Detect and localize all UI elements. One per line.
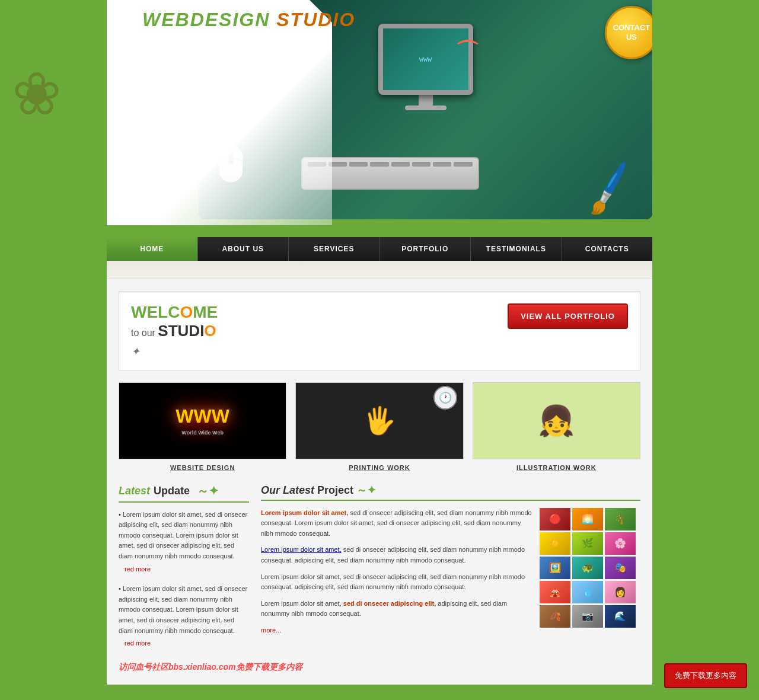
welcome-section: WELCOME to our STUDIO ✦ VIEW ALL PORTFOL… <box>119 291 640 370</box>
contact-us-button[interactable]: CONTACT US <box>605 6 652 59</box>
thumb-cell-1[interactable]: 🔴 <box>540 508 570 530</box>
www-subtitle: World Wide Web <box>176 430 229 436</box>
website-design-label[interactable]: WEBSITE DESIGN <box>119 464 286 471</box>
thumb-cell-7[interactable]: 🖼️ <box>540 557 570 579</box>
project-para-1: Lorem ipsum dolor sit amet, sed di onsec… <box>261 508 532 539</box>
thumb-cell-4[interactable]: ☀️ <box>540 532 570 555</box>
welcome-me: ME <box>193 303 218 321</box>
welcome-studio-o: O <box>204 322 216 340</box>
illustration-work-image[interactable]: 👧 <box>473 382 640 459</box>
hands-graphic: 🕐 🖐️ <box>296 383 463 459</box>
welcome-o: O <box>180 303 193 321</box>
para4-highlight2: sed di onsecer adipiscing elit, <box>343 600 436 607</box>
project-text-area: Lorem ipsum dolor sit amet, sed di onsec… <box>261 508 532 636</box>
nav-item-about[interactable]: ABOUT US <box>198 237 289 261</box>
project-heading-italic: Our Latest <box>261 484 314 496</box>
welcome-right: VIEW ALL PORTFOLIO <box>508 303 628 329</box>
content-bg-strip <box>107 261 652 279</box>
latest-heading-italic: Latest <box>119 485 150 497</box>
thumb-cell-13[interactable]: 🍂 <box>540 605 570 628</box>
project-content: Lorem ipsum dolor sit amet, sed di onsec… <box>261 508 640 636</box>
logo-studio: STUDIO <box>276 9 355 30</box>
welcome-splash-deco: ✦ <box>131 345 218 358</box>
nav-item-testimonials[interactable]: TESTIMONIALS <box>471 237 562 261</box>
printing-work-image[interactable]: 🕐 🖐️ <box>295 382 463 459</box>
clock-deco: 🕐 <box>433 386 457 410</box>
latest-update-section: Latest Update ～✦ Lorem ipsum dolor sit a… <box>119 483 249 659</box>
project-more-link[interactable]: more... <box>261 625 532 636</box>
portfolio-item-printing-work: 🕐 🖐️ PRINTING WORK <box>295 382 463 471</box>
para3-text: Lorem ipsum dolor sit amet, sed di onsec… <box>261 573 525 591</box>
logo-area: WEBDESIGN STUDIO <box>142 9 355 31</box>
welcome-toour: to our <box>131 328 158 338</box>
thumb-cell-8[interactable]: 🐢 <box>572 557 603 579</box>
update-item-2: Lorem ipsum dolor sit amet, sed di onsec… <box>119 584 249 649</box>
handprint-graphic: 🖐️ <box>363 407 396 434</box>
project-heading-normal: Project <box>317 484 353 496</box>
thumb-cell-9[interactable]: 🎭 <box>605 557 636 579</box>
left-floral-decoration: ❀ <box>12 59 62 129</box>
nav-item-home[interactable]: HOME <box>107 237 198 261</box>
thumb-cell-3[interactable]: 🌴 <box>605 508 636 530</box>
project-para-2: Lorem ipsum dolor sit amet, sed di onsec… <box>261 545 532 565</box>
view-portfolio-button[interactable]: VIEW ALL PORTFOLIO <box>508 303 628 329</box>
portfolio-thumbnails: WWW World Wide Web WEBSITE DESIGN 🕐 🖐️ <box>119 382 640 471</box>
logo-webdesign: WEBDESIGN <box>142 9 270 30</box>
update-item-2-text: Lorem ipsum dolor sit amet, sed di onsec… <box>119 585 247 634</box>
bottom-download-button[interactable]: 免费下载更多内容 <box>664 663 747 685</box>
hero-brushes: 🖌️ <box>578 159 640 219</box>
portfolio-item-website-design: WWW World Wide Web WEBSITE DESIGN <box>119 382 286 471</box>
update-item-1: Lorem ipsum dolor sit amet, sed di onsec… <box>119 510 249 575</box>
paper-background <box>107 0 332 225</box>
latest-update-heading: Latest Update ～✦ <box>119 483 249 503</box>
welcome-heading: WELCOME to our STUDIO <box>131 303 218 340</box>
hero-spring-deco: ⌒ <box>455 36 479 68</box>
nav-item-services[interactable]: SERVICES <box>289 237 380 261</box>
update-item-2-link[interactable]: red more <box>125 638 249 649</box>
website-design-image[interactable]: WWW World Wide Web <box>119 382 286 459</box>
content-area: WELCOME to our STUDIO ✦ VIEW ALL PORTFOL… <box>107 261 652 685</box>
printing-work-label[interactable]: PRINTING WORK <box>295 464 463 471</box>
anime-graphic: 👧 <box>538 404 575 438</box>
nav-item-contacts[interactable]: CONTACTS <box>562 237 653 261</box>
latest-heading-normal: Update <box>154 485 190 497</box>
bottom-section: Latest Update ～✦ Lorem ipsum dolor sit a… <box>119 483 640 659</box>
navigation: HOME ABOUT US SERVICES PORTFOLIO TESTIMO… <box>107 237 652 261</box>
update-item-1-link[interactable]: red more <box>125 564 249 575</box>
welcome-welc: WELC <box>131 303 180 321</box>
para2-link[interactable]: Lorem ipsum dolor sit amet, <box>261 546 342 553</box>
www-graphic: WWW World Wide Web <box>176 405 229 436</box>
para1-highlight: Lorem ipsum dolor sit amet, <box>261 509 348 516</box>
para4-highlight: Lorem ipsum dolor sit amet, <box>261 600 342 607</box>
project-thumb-grid: 🔴 🌅 🌴 ☀️ 🌿 🌸 🖼️ 🐢 🎭 🎪 💧 👩 <box>540 508 640 628</box>
welcome-studio: STUDI <box>158 322 204 340</box>
thumb-cell-6[interactable]: 🌸 <box>605 532 636 555</box>
project-para-4: Lorem ipsum dolor sit amet, sed di onsec… <box>261 599 532 619</box>
thumb-cell-12[interactable]: 👩 <box>605 581 636 603</box>
latest-project-section: Our Latest Project ～✦ Lorem ipsum dolor … <box>261 483 640 659</box>
thumb-cell-14[interactable]: 📷 <box>572 605 603 628</box>
portfolio-item-illustration-work: 👧 ILLUSTRATION WORK <box>473 382 640 471</box>
thumb-cell-10[interactable]: 🎪 <box>540 581 570 603</box>
thumb-cell-11[interactable]: 💧 <box>572 581 603 603</box>
project-para-3: Lorem ipsum dolor sit amet, sed di onsec… <box>261 572 532 593</box>
latest-heading-deco: ～✦ <box>197 483 219 499</box>
thumb-cell-15[interactable]: 🌊 <box>605 605 636 628</box>
nav-inner: HOME ABOUT US SERVICES PORTFOLIO TESTIMO… <box>107 237 652 261</box>
latest-project-heading: Our Latest Project ～✦ <box>261 483 640 501</box>
thumb-cell-2[interactable]: 🌅 <box>572 508 603 530</box>
header: WEBDESIGN STUDIO CONTACT US www <box>107 0 652 237</box>
welcome-left: WELCOME to our STUDIO ✦ <box>131 303 218 358</box>
illustration-work-label[interactable]: ILLUSTRATION WORK <box>473 464 640 471</box>
project-heading-deco: ～✦ <box>356 484 376 496</box>
thumb-cell-5[interactable]: 🌿 <box>572 532 603 555</box>
project-thumb-grid-container: 🔴 🌅 🌴 ☀️ 🌿 🌸 🖼️ 🐢 🎭 🎪 💧 👩 <box>540 508 640 636</box>
site-logo: WEBDESIGN STUDIO <box>142 9 355 31</box>
www-text: WWW <box>176 405 229 427</box>
nav-item-portfolio[interactable]: PORTFOLIO <box>380 237 471 261</box>
watermark: 访问血号社区bbs.xienliao.com免费下载更多内容 <box>119 659 640 673</box>
update-item-1-text: Lorem ipsum dolor sit amet, sed di onsec… <box>119 511 247 560</box>
